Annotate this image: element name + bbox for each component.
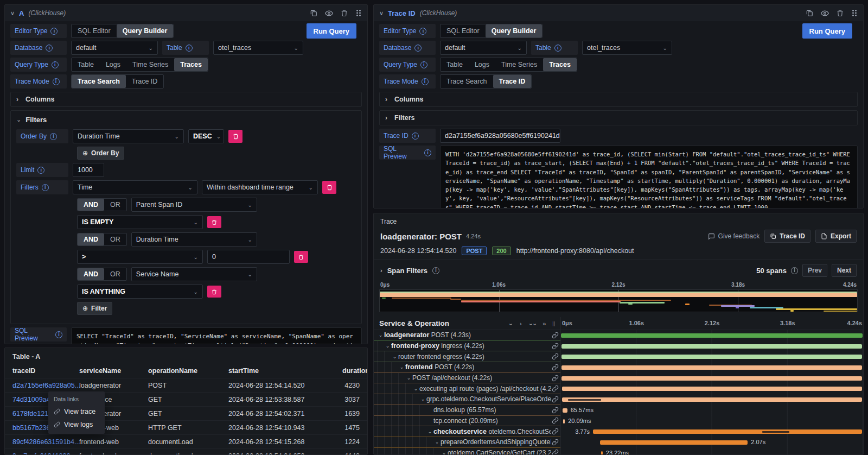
- expand-all-icon[interactable]: »: [542, 320, 546, 327]
- trace-mode-search[interactable]: Trace Search: [72, 75, 126, 88]
- collapse-panel-icon[interactable]: ∨: [379, 10, 384, 17]
- span-duration-bar[interactable]: [561, 333, 863, 338]
- chevron-right-icon[interactable]: ›: [380, 267, 382, 274]
- collapse-span-icon[interactable]: ⌄: [391, 354, 398, 359]
- duplicate-query-icon[interactable]: [310, 9, 317, 17]
- column-header-duration[interactable]: duration: [342, 367, 368, 375]
- span-timeline-cell[interactable]: 65.57ms: [560, 405, 863, 416]
- span-row[interactable]: ⌄frontend POST (4.22s): [374, 362, 863, 373]
- expand-one-icon[interactable]: ›: [520, 320, 522, 327]
- span-timeline-cell[interactable]: [560, 351, 863, 362]
- add-filter-button[interactable]: ⊕Filter: [77, 302, 112, 315]
- info-icon[interactable]: i: [554, 45, 561, 52]
- span-timeline-cell[interactable]: [560, 394, 863, 405]
- info-icon[interactable]: i: [55, 331, 62, 338]
- give-feedback-link[interactable]: Give feedback: [708, 232, 760, 240]
- collapse-span-icon[interactable]: ⌄: [433, 439, 441, 445]
- query-ref-id[interactable]: A: [19, 9, 24, 17]
- condition-field-select[interactable]: Service Name⌄: [131, 267, 257, 281]
- span-timeline-cell[interactable]: [560, 362, 863, 373]
- span-link-icon[interactable]: [552, 396, 560, 403]
- query-type-traces[interactable]: Traces: [174, 58, 208, 71]
- collapse-span-icon[interactable]: ⌄: [384, 343, 391, 349]
- trace-mode-id[interactable]: Trace ID: [493, 75, 532, 88]
- editor-type-sql[interactable]: SQL Editor: [72, 24, 117, 37]
- condition-value-input[interactable]: 0: [207, 250, 290, 264]
- remove-order-by-button[interactable]: [228, 130, 242, 143]
- collapse-span-icon[interactable]: ⌄: [426, 429, 433, 434]
- filter-field-select[interactable]: Time⌄: [73, 180, 197, 194]
- span-timeline-cell[interactable]: 3.77s: [560, 426, 863, 437]
- info-icon[interactable]: i: [46, 45, 53, 52]
- span-row[interactable]: ⌄POST /api/checkout (4.22s): [374, 373, 863, 384]
- info-icon[interactable]: i: [42, 184, 49, 191]
- span-row[interactable]: ⌄loadgenerator POST (4.23s): [374, 330, 863, 341]
- span-row[interactable]: dns.lookup (65.57ms)65.57ms: [374, 405, 863, 416]
- info-icon[interactable]: i: [186, 45, 193, 52]
- or-option[interactable]: OR: [104, 199, 126, 211]
- query-ref-id[interactable]: Trace ID: [388, 9, 416, 17]
- collapse-panel-icon[interactable]: ∨: [10, 10, 15, 17]
- span-row[interactable]: ⌄prepareOrderItemsAndShippingQuoteFromCa…: [374, 437, 863, 448]
- span-row[interactable]: ⌄router frontend egress (4.22s): [374, 351, 863, 362]
- span-duration-bar[interactable]: [600, 440, 748, 445]
- span-timeline-cell[interactable]: [560, 373, 863, 384]
- query-type-logs[interactable]: Logs: [100, 58, 126, 71]
- span-duration-bar[interactable]: [562, 387, 863, 391]
- and-option[interactable]: AND: [78, 199, 104, 211]
- trace-mode-id[interactable]: Trace ID: [126, 75, 163, 88]
- trace-minimap[interactable]: [379, 289, 858, 312]
- trace-id-link[interactable]: 89cf4286e631591b4...: [12, 438, 79, 446]
- span-timeline-cell[interactable]: 20.09ms: [560, 416, 863, 427]
- span-duration-bar[interactable]: [563, 419, 565, 424]
- info-icon[interactable]: i: [412, 132, 419, 140]
- run-query-button[interactable]: Run Query: [307, 23, 356, 39]
- span-timeline-cell[interactable]: 23.22ms: [560, 448, 863, 455]
- info-icon[interactable]: i: [422, 78, 429, 85]
- span-row[interactable]: ⌄checkoutservice oteldemo.CheckoutServic…: [374, 426, 863, 437]
- span-duration-bar[interactable]: [562, 397, 863, 402]
- next-button[interactable]: Next: [832, 264, 857, 277]
- database-select[interactable]: default⌄: [71, 41, 158, 55]
- limit-input[interactable]: 1000: [73, 163, 104, 177]
- or-option[interactable]: OR: [104, 268, 126, 280]
- remove-condition-button[interactable]: [294, 251, 308, 263]
- and-option[interactable]: AND: [78, 233, 104, 245]
- query-type-table[interactable]: Table: [72, 58, 100, 71]
- condition-operator-select[interactable]: IS ANYTHING⌄: [77, 285, 203, 299]
- span-link-icon[interactable]: [552, 375, 560, 382]
- span-row[interactable]: tcp.connect (20.09ms)20.09ms: [374, 416, 863, 427]
- columns-section-toggle[interactable]: › Columns: [10, 92, 362, 107]
- span-row[interactable]: ⌄grpc.oteldemo.CheckoutService/PlaceOrde…: [374, 394, 863, 405]
- info-icon[interactable]: i: [420, 61, 427, 68]
- condition-operator-select[interactable]: >⌄: [77, 250, 203, 264]
- prev-button[interactable]: Prev: [802, 264, 827, 277]
- column-header-operationname[interactable]: operationName: [148, 367, 228, 375]
- column-header-traceid[interactable]: traceID: [12, 367, 79, 375]
- columns-section-toggle[interactable]: › Columns: [379, 92, 858, 107]
- span-link-icon[interactable]: [552, 332, 560, 339]
- condition-field-select[interactable]: Duration Time⌄: [131, 232, 257, 247]
- or-option[interactable]: OR: [104, 233, 126, 245]
- filters-section-toggle[interactable]: › Filters: [379, 110, 858, 125]
- span-row[interactable]: ⌄oteldemo.CartService/GetCart (23.22ms)2…: [374, 448, 863, 455]
- export-button[interactable]: Export: [815, 230, 857, 243]
- span-link-icon[interactable]: [552, 364, 560, 371]
- add-order-by-button[interactable]: ⊕Order By: [77, 147, 124, 160]
- info-icon[interactable]: i: [791, 267, 798, 274]
- editor-type-builder[interactable]: Query Builder: [117, 24, 174, 37]
- condition-operator-select[interactable]: IS EMPTY⌄: [77, 215, 203, 229]
- info-icon[interactable]: i: [50, 133, 57, 140]
- column-header-starttime[interactable]: startTime: [228, 367, 342, 375]
- condition-field-select[interactable]: Parent Span ID⌄: [131, 198, 257, 212]
- filters-section-toggle[interactable]: ⌄ Filters: [16, 116, 356, 124]
- span-duration-bar[interactable]: [561, 376, 862, 381]
- collapse-all-icon[interactable]: ⌄⌄: [528, 320, 536, 327]
- hide-query-icon[interactable]: [821, 9, 829, 17]
- span-timeline-cell[interactable]: [560, 383, 863, 394]
- span-link-icon[interactable]: [552, 449, 560, 455]
- drag-handle-icon[interactable]: [851, 9, 858, 17]
- table-select[interactable]: otel_traces⌄: [582, 41, 672, 55]
- info-icon[interactable]: i: [419, 28, 426, 35]
- column-header-servicename[interactable]: serviceName: [79, 367, 148, 375]
